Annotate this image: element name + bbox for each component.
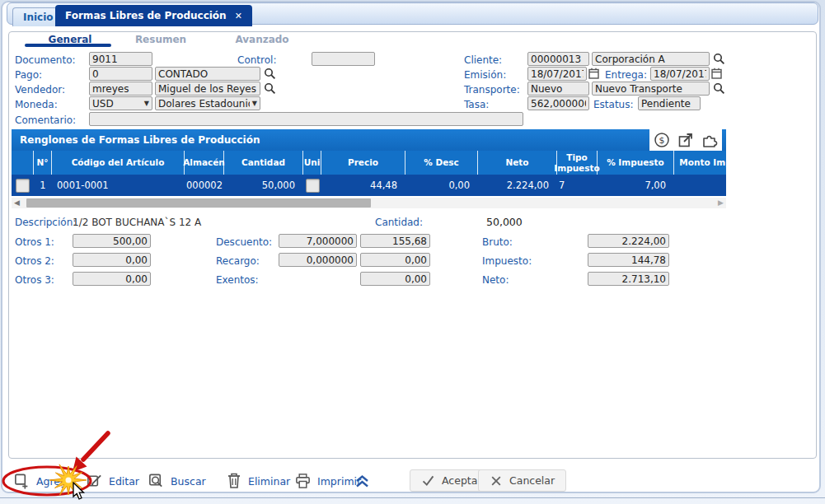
exentos-input[interactable]: [360, 272, 430, 286]
tasa-label: Tasa:: [464, 99, 489, 110]
row-almacen: 000002: [185, 175, 224, 196]
otros3-input[interactable]: [73, 272, 151, 286]
vendedor-search-icon[interactable]: [264, 82, 276, 95]
svg-text:$: $: [659, 135, 664, 146]
agregar-label: Agregar: [36, 475, 77, 488]
close-tab-icon[interactable]: ✕: [235, 11, 242, 21]
transporte-search-icon[interactable]: [713, 82, 725, 95]
scroll-right-arrow-icon[interactable]: ▶: [718, 198, 724, 207]
estatus-input[interactable]: [638, 96, 701, 110]
entrega-label: Entrega:: [605, 69, 647, 81]
editar-label: Editar: [109, 475, 139, 488]
vendedor-label: Vendedor:: [15, 84, 65, 96]
puzzle-icon[interactable]: [701, 132, 719, 148]
control-input[interactable]: [312, 52, 375, 66]
grid-horizontal-scrollbar[interactable]: ◀ ▶: [12, 198, 726, 208]
cancelar-button[interactable]: Cancelar: [478, 469, 566, 492]
moneda-code-select[interactable]: USD ▼: [89, 96, 152, 110]
window-bottom-edge: [0, 497, 825, 498]
grid-title: Renglones de Formas Libres de Producción: [20, 134, 260, 146]
cancelar-label: Cancelar: [509, 474, 555, 487]
pago-name-input[interactable]: [155, 67, 260, 81]
cliente-name-input[interactable]: [592, 52, 710, 66]
editar-button[interactable]: Editar: [86, 472, 139, 490]
scroll-left-arrow-icon[interactable]: ◀: [14, 198, 20, 207]
vendedor-code-input[interactable]: [89, 82, 152, 96]
subtab-avanzado[interactable]: Avanzado: [217, 34, 307, 45]
impuesto-label: Impuesto:: [482, 255, 532, 267]
grid-header-tipo-impuesto[interactable]: Tipo Impuesto: [557, 151, 598, 175]
descuento-label: Descuento:: [216, 236, 272, 248]
grid-header-n[interactable]: N°: [34, 151, 52, 175]
document-tabstrip: Inicio Formas Libres de Producción ✕: [7, 2, 818, 25]
recargo-pct-input[interactable]: [279, 253, 357, 267]
grid-header-pct-impuesto[interactable]: % Impuesto: [598, 151, 674, 175]
scrollbar-thumb[interactable]: [26, 198, 371, 208]
grid-header-precio[interactable]: Precio: [321, 151, 405, 175]
emision-date-input[interactable]: [527, 67, 587, 81]
transporte-label: Transporte:: [464, 84, 520, 96]
bruto-label: Bruto:: [482, 236, 513, 248]
dropdown-arrow-icon: ▼: [144, 100, 149, 107]
export-icon[interactable]: [677, 132, 694, 148]
transporte-name-input[interactable]: [592, 82, 710, 96]
recargo-monto-input[interactable]: [360, 253, 430, 267]
agregar-button[interactable]: Agregar: [13, 472, 77, 490]
search-icon: [148, 472, 165, 490]
entrega-calendar-icon[interactable]: [711, 68, 722, 79]
transporte-code-input[interactable]: [527, 82, 589, 96]
descuento-pct-input[interactable]: [279, 234, 357, 248]
eliminar-button[interactable]: Eliminar: [226, 472, 290, 490]
tab-formas-libres[interactable]: Formas Libres de Producción ✕: [55, 5, 252, 26]
check-icon: [421, 474, 435, 488]
currency-icon[interactable]: $: [654, 132, 670, 148]
documento-input[interactable]: [89, 52, 152, 66]
otros2-input[interactable]: [73, 253, 151, 267]
tasa-input[interactable]: [527, 96, 589, 110]
grid-header-neto[interactable]: Neto: [478, 151, 557, 175]
descuento-monto-input[interactable]: [360, 234, 430, 248]
row-pct-impuesto: 7,00: [598, 175, 674, 196]
row-select-checkbox[interactable]: [16, 179, 30, 193]
x-icon: [490, 474, 503, 488]
emision-calendar-icon[interactable]: [588, 68, 599, 79]
moneda-name-value: Dolares Estadounidens: [158, 98, 250, 110]
grid-header-monto-impuesto[interactable]: Monto Impuesto: [674, 151, 726, 175]
cliente-search-icon[interactable]: [713, 53, 725, 65]
row-precio: 44,48: [321, 175, 405, 196]
cliente-code-input[interactable]: [527, 52, 589, 66]
bruto-input[interactable]: [588, 234, 669, 248]
row-tipo-impuesto: 7: [557, 175, 598, 196]
pago-search-icon[interactable]: [264, 68, 276, 80]
row-n: 1: [34, 175, 52, 196]
descripcion-value: 1/2 BOT BUCHANA`S 12 A: [73, 217, 201, 228]
moneda-name-select[interactable]: Dolares Estadounidens ▼: [155, 96, 260, 110]
active-subtab-underline: [25, 44, 111, 47]
row-pct-desc: 0,00: [405, 175, 478, 196]
exentos-label: Exentos:: [216, 274, 259, 286]
imprimir-button[interactable]: Imprimir: [294, 472, 361, 490]
table-row[interactable]: 1 0001-0001 000002 50,000 44,48 0,00 2.2…: [12, 175, 726, 196]
impuesto-input[interactable]: [588, 253, 669, 267]
otros1-input[interactable]: [73, 234, 151, 248]
row-codigo: 0001-0001: [52, 175, 185, 196]
pago-code-input[interactable]: [89, 67, 152, 81]
grid-header-almacen[interactable]: Almacén: [185, 151, 224, 175]
buscar-label: Buscar: [171, 475, 206, 488]
grid-header-codigo[interactable]: Código del Artículo: [52, 151, 185, 175]
edit-icon: [86, 472, 103, 490]
recargo-label: Recargo:: [216, 255, 260, 267]
neto-input[interactable]: [588, 272, 669, 286]
grid-header-uni[interactable]: Uni: [303, 151, 321, 175]
entrega-date-input[interactable]: [650, 67, 710, 81]
collapse-toolbar-icon[interactable]: [354, 474, 370, 488]
vendedor-name-input[interactable]: [155, 82, 260, 96]
row-uni-checkbox[interactable]: [306, 179, 320, 193]
otros2-label: Otros 2:: [15, 255, 54, 267]
subtab-resumen[interactable]: Resumen: [115, 34, 206, 45]
grid-header-cantidad[interactable]: Cantidad: [224, 151, 303, 175]
grid-header-pct-desc[interactable]: % Desc: [405, 151, 478, 175]
comentario-input[interactable]: [89, 112, 523, 126]
row-select-cell: [12, 175, 34, 196]
buscar-button[interactable]: Buscar: [148, 472, 206, 490]
